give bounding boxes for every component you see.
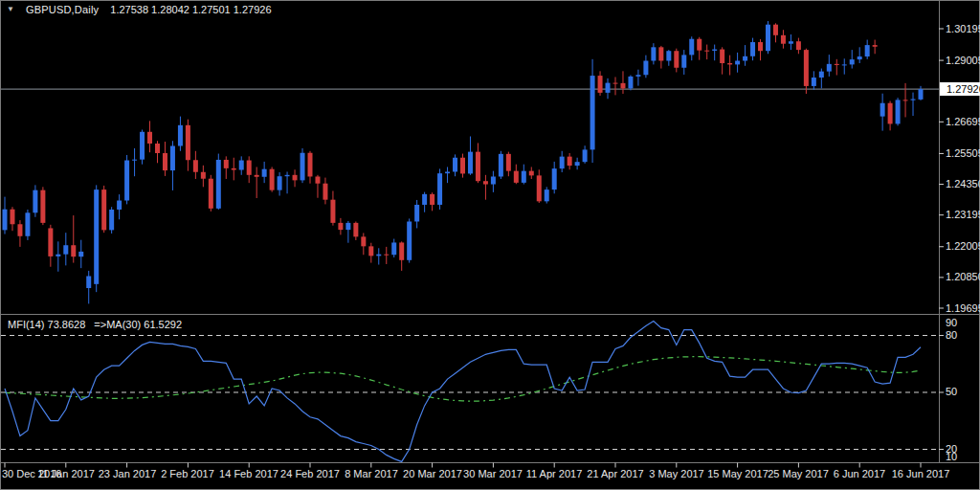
price-axis-label: 1.25505 (946, 147, 980, 160)
price-axis-label: 1.24350 (946, 178, 980, 190)
indicator-axis-label: 50 (946, 386, 957, 398)
date-label: 16 Jun 2017 (882, 468, 959, 480)
chart-canvas[interactable] (0, 0, 980, 490)
price-axis-label: 1.20850 (946, 271, 980, 283)
symbol-dropdown-icon[interactable]: ▼ (7, 4, 14, 15)
price-axis-label: 1.19695 (946, 302, 980, 315)
chart-title: GBPUSD,Daily (26, 4, 99, 15)
chart-window: ▼ GBPUSD,Daily 1.27538 1.28042 1.27501 1… (0, 0, 980, 490)
axis-ticks (5, 29, 944, 468)
indicator-axis-label: 80 (946, 329, 957, 342)
mfi-ma-line (5, 357, 921, 401)
chart-header: ▼ GBPUSD,Daily 1.27538 1.28042 1.27501 1… (7, 4, 272, 15)
price-axis-label: 1.26695 (946, 116, 980, 128)
price-axis-label: 1.22005 (946, 240, 980, 253)
ohlc-values: 1.27538 1.28042 1.27501 1.27926 (110, 4, 271, 15)
panel-frame (0, 0, 980, 490)
indicator-axis-label: 10 (946, 451, 957, 463)
mfi-value-label: MFI(14) 73.8628 (8, 319, 85, 330)
price-axis-label: 1.23195 (946, 209, 980, 221)
mfi-line (5, 322, 921, 462)
price-axis-label: 1.29005 (946, 55, 980, 67)
candlestick-series[interactable] (3, 21, 924, 303)
current-price-label: 1.27926 (940, 82, 980, 96)
mfi-ma-value-label: =>MA(30) 61.5292 (94, 319, 182, 330)
indicator-header: MFI(14) 73.8628 =>MA(30) 61.5292 (8, 319, 182, 330)
indicator-axis-label: 90 (946, 317, 957, 329)
price-axis-label: 1.30195 (946, 23, 980, 35)
